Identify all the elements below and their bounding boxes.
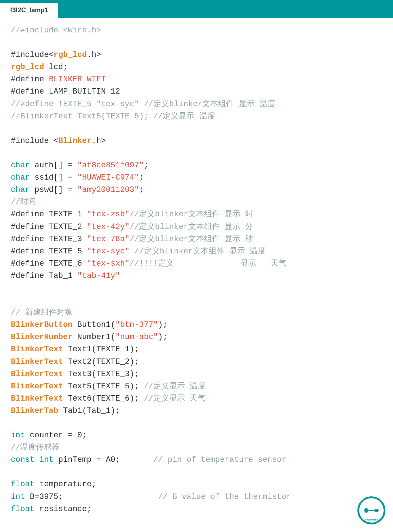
code-line-15: //时间 xyxy=(11,196,382,208)
code-line-9 xyxy=(11,123,382,135)
code-line-10: #include <Blinker.h> xyxy=(11,135,382,147)
code-line-11 xyxy=(11,147,382,159)
svg-text:ARDUINO: ARDUINO xyxy=(365,518,378,521)
code-line-3: #include<rgb_lcd.h> xyxy=(11,49,382,61)
code-line-23 xyxy=(11,294,382,307)
code-line-37 xyxy=(11,466,382,478)
code-line-12: char auth[] = "af8ce851f097"; xyxy=(11,159,382,172)
code-line-18: #define TEXTE_3 "tex-78a"//定义blinker文本组件… xyxy=(11,233,382,245)
code-line-32: BlinkerTab Tab1(Tab_1); xyxy=(11,405,382,417)
code-line-24: // 新建组件对象 xyxy=(11,307,382,319)
code-line-26: BlinkerNumber Number1("num-abc"); xyxy=(11,331,382,343)
code-line-1: //#include <Wire.h> xyxy=(11,24,382,37)
code-line-7: //#define TEXTE_5 "tex-syc" //定义blinker文… xyxy=(11,98,382,111)
code-line-38: float temperature; xyxy=(11,478,382,491)
code-line-6: #define LAMP_BUILTIN 12 xyxy=(11,86,382,98)
code-line-36: const int pinTemp = A0; // pin of temper… xyxy=(11,454,382,466)
code-line-29: BlinkerText Text3(TEXTE_3); xyxy=(11,368,382,380)
code-line-13: char ssid[] = "HUAWEI-C974"; xyxy=(11,172,382,184)
code-line-35: //温度传感器 xyxy=(11,442,382,454)
code-line-8: //BlinkerText Text5(TEXTE_5); //定义显示 温度 xyxy=(11,111,382,123)
code-line-28: BlinkerText Text2(TEXTE_2); xyxy=(11,356,382,368)
code-line-40: float resistance; xyxy=(11,503,382,515)
tab-bar: f3I2C_lamp1 xyxy=(0,0,393,18)
active-tab[interactable]: f3I2C_lamp1 xyxy=(0,3,58,18)
code-line-27: BlinkerText Text1(TEXTE_1); xyxy=(11,343,382,356)
svg-rect-5 xyxy=(369,510,374,511)
code-line-22 xyxy=(11,282,382,294)
code-line-19: #define TEXTE_5 "tex-syc" //定义blinker文本组… xyxy=(11,245,382,258)
code-line-5: #define BLINKER_WIFI xyxy=(11,73,382,86)
code-line-30: BlinkerText Text5(TEXTE_5); //定义显示 温度 xyxy=(11,380,382,393)
svg-rect-4 xyxy=(374,509,379,512)
code-line-4: rgb_lcd lcd; xyxy=(11,61,382,73)
code-line-39: int B=3975; // B value of the thermistor xyxy=(11,491,382,503)
arduino-logo: ARDUINO 中文社区 xyxy=(357,496,386,525)
code-line-2 xyxy=(11,37,382,49)
code-line-16: #define TEXTE_1 "tex-zsb"//定义blinker文本组件… xyxy=(11,208,382,221)
code-line-34: int counter = 0; xyxy=(11,429,382,442)
svg-text:中文社区: 中文社区 xyxy=(367,522,376,524)
code-line-14: char pswd[] = "amy20011203"; xyxy=(11,184,382,196)
code-line-17: #define TEXTE_2 "tex-42y"//定义blinker文本组件… xyxy=(11,221,382,233)
svg-rect-3 xyxy=(365,508,367,513)
code-line-31: BlinkerText Text6(TEXTE_6); //定义显示 天气 xyxy=(11,393,382,405)
code-line-25: BlinkerButton Button1("btn-377"); xyxy=(11,319,382,331)
code-line-33 xyxy=(11,417,382,429)
code-line-21: #define Tab_1 "tab-41y" xyxy=(11,270,382,282)
code-line-20: #define TEXTE_6 "tex-sxh"//!!!!定义 显示 天气 xyxy=(11,258,382,270)
code-area: //#include <Wire.h> #include<rgb_lcd.h> … xyxy=(0,18,393,532)
